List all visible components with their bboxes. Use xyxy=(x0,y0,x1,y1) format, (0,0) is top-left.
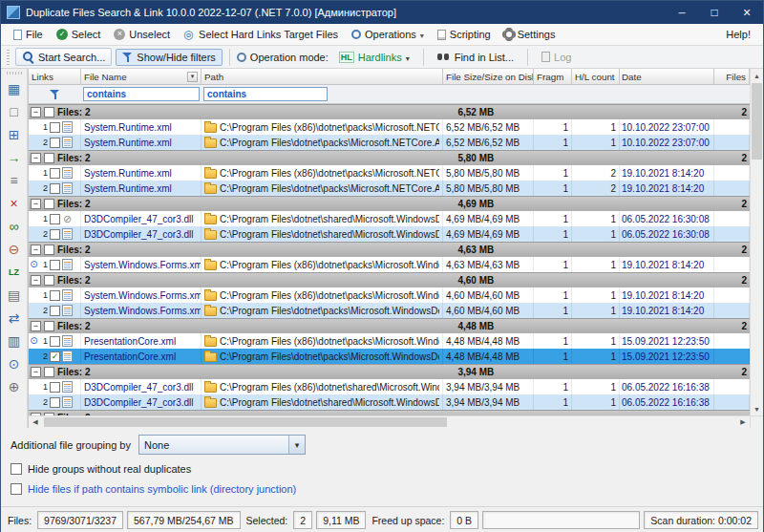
file-checkbox[interactable] xyxy=(50,306,60,316)
column-header-file-name[interactable]: File Name xyxy=(81,69,202,84)
file-row[interactable]: 1 ⊘ D3DCompiler_47_cor3.dll C:\Program F… xyxy=(29,211,750,226)
horizontal-scroll-track[interactable] xyxy=(42,416,736,428)
file-row[interactable]: 1 System.Runtime.xml C:\Program Files (x… xyxy=(29,119,750,135)
column-header-h-l-count[interactable]: H/L count xyxy=(572,69,620,84)
hardlink-files-button[interactable]: ∞ xyxy=(3,215,26,238)
scroll-left-icon[interactable] xyxy=(29,416,42,428)
group-checkbox[interactable] xyxy=(44,321,54,331)
vertical-scroll-track[interactable] xyxy=(751,82,763,402)
group-header-row[interactable]: Files: 2 4,48 MB 2 xyxy=(29,318,750,333)
file-name-filter-input[interactable] xyxy=(83,87,200,101)
tool-settings-button[interactable]: ⊕ xyxy=(3,375,26,398)
file-row[interactable]: 2 D3DCompiler_47_cor3.dll C:\Program Fil… xyxy=(29,394,750,410)
collapse-group-icon[interactable] xyxy=(31,245,41,255)
maximize-button[interactable] xyxy=(698,1,731,24)
file-checkbox[interactable] xyxy=(50,214,60,224)
scroll-right-icon[interactable] xyxy=(736,416,750,428)
find-in-list-button[interactable]: Find in List... xyxy=(431,49,520,66)
collapse-group-icon[interactable] xyxy=(31,275,41,286)
group-header-row[interactable]: Files: 2 4,60 MB 2 xyxy=(29,272,750,287)
group-checkbox[interactable] xyxy=(44,153,54,163)
side-toolbar-grip[interactable] xyxy=(7,72,22,74)
group-checkbox[interactable] xyxy=(44,367,54,377)
file-checkbox[interactable] xyxy=(50,397,60,408)
file-checkbox[interactable] xyxy=(50,351,60,362)
menu-item-select[interactable]: Select xyxy=(50,26,108,43)
copy-files-button[interactable]: ⊞ xyxy=(3,123,26,146)
column-header-links[interactable]: Links xyxy=(29,69,81,84)
group-header-row[interactable]: Files: 2 4,69 MB 2 xyxy=(29,196,750,211)
combo-arrow-icon[interactable] xyxy=(288,436,305,454)
file-row[interactable]: 1 System.Windows.Forms.xml C:\Program Fi… xyxy=(29,287,750,303)
file-row[interactable]: 1 D3DCompiler_47_cor3.dll C:\Program Fil… xyxy=(29,379,750,394)
close-button[interactable] xyxy=(731,1,763,24)
file-row[interactable]: 2 System.Runtime.xml C:\Program Files\do… xyxy=(29,181,750,196)
hide-groups-checkbox[interactable] xyxy=(11,463,22,475)
remove-from-list-button[interactable]: ⊖ xyxy=(3,238,26,261)
menu-item-help[interactable]: Help! xyxy=(719,26,757,43)
scroll-down-icon[interactable] xyxy=(751,402,763,415)
file-checkbox[interactable] xyxy=(50,260,60,270)
column-header-files[interactable]: Files xyxy=(714,69,750,84)
group-header-row[interactable]: Files: 2 4,63 MB 2 xyxy=(29,242,750,257)
file-checkbox[interactable] xyxy=(50,122,60,133)
menu-item-unselect[interactable]: Unselect xyxy=(107,26,177,43)
grouping-select[interactable]: None xyxy=(138,435,306,455)
file-checkbox[interactable] xyxy=(50,290,60,301)
group-checkbox[interactable] xyxy=(44,199,54,209)
file-row[interactable]: ⊙ 1 PresentationCore.xml C:\Program File… xyxy=(29,333,750,349)
delete-files-button[interactable]: × xyxy=(3,192,26,215)
collapse-group-icon[interactable] xyxy=(31,199,41,209)
column-filter-arrow-icon[interactable] xyxy=(187,72,198,82)
path-filter-input[interactable] xyxy=(203,87,328,101)
operation-mode-select[interactable]: HL Hardlinks xyxy=(332,49,416,66)
menu-item-settings[interactable]: Settings xyxy=(498,26,562,43)
file-checkbox[interactable] xyxy=(50,138,60,148)
symlink-files-button[interactable]: ⇄ xyxy=(3,307,26,330)
unselect-all-button[interactable]: □ xyxy=(3,100,26,123)
lz-compress-button[interactable]: LZ xyxy=(3,261,26,284)
file-checkbox[interactable] xyxy=(50,336,60,347)
file-row[interactable]: 1 System.Runtime.xml C:\Program Files (x… xyxy=(29,165,750,181)
rename-files-button[interactable]: ≡ xyxy=(3,169,26,192)
collapse-group-icon[interactable] xyxy=(31,107,41,117)
group-checkbox[interactable] xyxy=(44,275,54,286)
file-row[interactable]: 2 System.Runtime.xml C:\Program Files\do… xyxy=(29,135,750,150)
file-row[interactable]: ⊙ 1 System.Windows.Forms.xml C:\Program … xyxy=(29,257,750,272)
collapse-group-icon[interactable] xyxy=(31,153,41,163)
column-header-date[interactable]: Date xyxy=(620,69,714,84)
group-header-row[interactable]: Files: 2 3,94 MB 2 xyxy=(29,364,750,379)
menu-item-scripting[interactable]: Scripting xyxy=(431,26,498,43)
horizontal-scroll-thumb[interactable] xyxy=(44,417,447,427)
menu-item-operations[interactable]: Operations xyxy=(345,26,431,43)
horizontal-scrollbar[interactable] xyxy=(29,415,750,428)
collapse-group-icon[interactable] xyxy=(31,367,41,377)
report-button[interactable]: ▥ xyxy=(3,330,26,352)
hide-symlink-checkbox[interactable] xyxy=(11,483,22,495)
hardlink-target-tool-button[interactable]: ⊙ xyxy=(3,352,26,375)
collapse-group-icon[interactable] xyxy=(31,321,41,331)
file-row[interactable]: 2 PresentationCore.xml C:\Program Files\… xyxy=(29,349,750,364)
archive-files-button[interactable]: ▤ xyxy=(3,284,26,307)
menu-item-target[interactable]: Select Hard Links Target Files xyxy=(177,26,345,43)
file-checkbox[interactable] xyxy=(50,229,60,240)
vertical-scrollbar[interactable] xyxy=(750,69,763,428)
scroll-up-icon[interactable] xyxy=(751,69,763,82)
file-checkbox[interactable] xyxy=(50,382,60,393)
file-checkbox[interactable] xyxy=(50,168,60,179)
file-row[interactable]: 2 D3DCompiler_47_cor3.dll C:\Program Fil… xyxy=(29,226,750,242)
column-header-file-size-size-on-disk[interactable]: File Size/Size on Disk xyxy=(443,69,534,84)
log-button[interactable]: Log xyxy=(535,49,578,66)
column-header-path[interactable]: Path xyxy=(202,69,443,84)
group-checkbox[interactable] xyxy=(44,245,54,255)
group-header-row[interactable]: Files: 2 5,80 MB 2 xyxy=(29,150,750,165)
group-checkbox[interactable] xyxy=(44,107,54,117)
group-header-row[interactable]: Files: 2 6,52 MB 2 xyxy=(29,104,750,119)
column-header-fragm[interactable]: Fragm xyxy=(534,69,572,84)
file-checkbox[interactable] xyxy=(50,183,60,194)
show-hide-filters-button[interactable]: Show/Hide filters xyxy=(116,49,223,66)
minimize-button[interactable] xyxy=(666,1,698,24)
select-all-button[interactable]: ▦ xyxy=(3,77,26,100)
file-row[interactable]: 2 System.Windows.Forms.xml C:\Program Fi… xyxy=(29,303,750,318)
vertical-scroll-thumb[interactable] xyxy=(752,83,762,160)
